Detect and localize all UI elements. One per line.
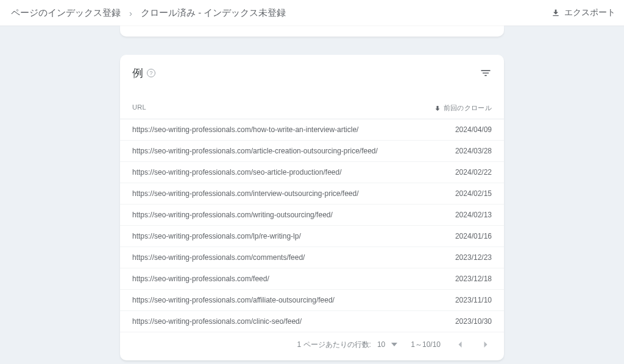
cell-url: https://seo-writing-professionals.com/lp…: [132, 232, 425, 240]
table-body: https://seo-writing-professionals.com/ho…: [120, 119, 504, 332]
breadcrumb-current: クロール済み - インデックス未登録: [141, 7, 286, 19]
export-button[interactable]: エクスポート: [551, 7, 615, 18]
cell-url: https://seo-writing-professionals.com/in…: [132, 189, 425, 198]
cell-url: https://seo-writing-professionals.com/se…: [132, 168, 425, 177]
cell-date: 2023/11/10: [425, 296, 492, 304]
examples-card: 例 ? URL 前回のクロール https://seo-writing-prof…: [120, 55, 504, 360]
column-last-crawl[interactable]: 前回のクロール: [425, 103, 492, 113]
previous-card-sliver: [120, 26, 504, 37]
cell-date: 2024/03/28: [425, 147, 492, 155]
cell-date: 2024/04/09: [425, 125, 492, 134]
cell-url: https://seo-writing-professionals.com/fe…: [132, 275, 425, 283]
dropdown-triangle-icon: [391, 341, 397, 348]
card-title: 例 ?: [132, 66, 155, 80]
chevron-right-icon: ›: [129, 8, 132, 18]
sort-desc-icon: [434, 105, 441, 112]
cell-date: 2024/02/13: [425, 211, 492, 219]
table-row[interactable]: https://seo-writing-professionals.com/cl…: [120, 311, 504, 332]
export-label: エクスポート: [564, 7, 615, 18]
table-row[interactable]: https://seo-writing-professionals.com/ho…: [120, 119, 504, 141]
column-last-crawl-label: 前回のクロール: [444, 103, 492, 113]
cell-date: 2023/10/30: [425, 317, 492, 326]
cell-url: https://seo-writing-professionals.com/ho…: [132, 125, 425, 134]
cell-url: https://seo-writing-professionals.com/af…: [132, 296, 425, 304]
cell-date: 2024/02/15: [425, 189, 492, 198]
table-row[interactable]: https://seo-writing-professionals.com/af…: [120, 290, 504, 311]
rows-per-page-label: 1 ページあたりの行数:: [297, 340, 371, 350]
column-url[interactable]: URL: [132, 103, 425, 113]
card-header: 例 ?: [120, 66, 504, 89]
download-icon: [551, 8, 561, 18]
cell-date: 2024/02/22: [425, 168, 492, 177]
table-row[interactable]: https://seo-writing-professionals.com/in…: [120, 183, 504, 205]
table-row[interactable]: https://seo-writing-professionals.com/se…: [120, 162, 504, 183]
table-row[interactable]: https://seo-writing-professionals.com/co…: [120, 247, 504, 268]
filter-icon[interactable]: [480, 67, 492, 79]
table-row[interactable]: https://seo-writing-professionals.com/fe…: [120, 268, 504, 290]
cell-date: 2024/01/16: [425, 232, 492, 240]
table-row[interactable]: https://seo-writing-professionals.com/wr…: [120, 205, 504, 226]
pager-next-icon[interactable]: [480, 338, 492, 351]
table-row[interactable]: https://seo-writing-professionals.com/ar…: [120, 141, 504, 162]
table-header: URL 前回のクロール: [120, 89, 504, 119]
cell-url: https://seo-writing-professionals.com/co…: [132, 253, 425, 262]
cell-date: 2023/12/23: [425, 253, 492, 262]
rows-per-page-value: 10: [377, 340, 385, 349]
pager-prev-icon[interactable]: [454, 338, 466, 351]
page-canvas: 例 ? URL 前回のクロール https://seo-writing-prof…: [0, 26, 624, 360]
card-title-text: 例: [132, 66, 143, 80]
table-row[interactable]: https://seo-writing-professionals.com/lp…: [120, 226, 504, 247]
rows-per-page[interactable]: 1 ページあたりの行数: 10: [297, 340, 398, 350]
breadcrumb: ページのインデックス登録 › クロール済み - インデックス未登録: [11, 7, 286, 19]
topbar: ページのインデックス登録 › クロール済み - インデックス未登録 エクスポート: [0, 0, 624, 26]
help-icon[interactable]: ?: [147, 69, 155, 77]
cell-url: https://seo-writing-professionals.com/wr…: [132, 211, 425, 219]
cell-url: https://seo-writing-professionals.com/cl…: [132, 317, 425, 326]
pager: 1 ページあたりの行数: 10 1～10/10: [120, 332, 504, 360]
breadcrumb-root[interactable]: ページのインデックス登録: [11, 7, 121, 19]
cell-date: 2023/12/18: [425, 275, 492, 283]
pager-range: 1～10/10: [411, 340, 441, 350]
cell-url: https://seo-writing-professionals.com/ar…: [132, 147, 425, 155]
